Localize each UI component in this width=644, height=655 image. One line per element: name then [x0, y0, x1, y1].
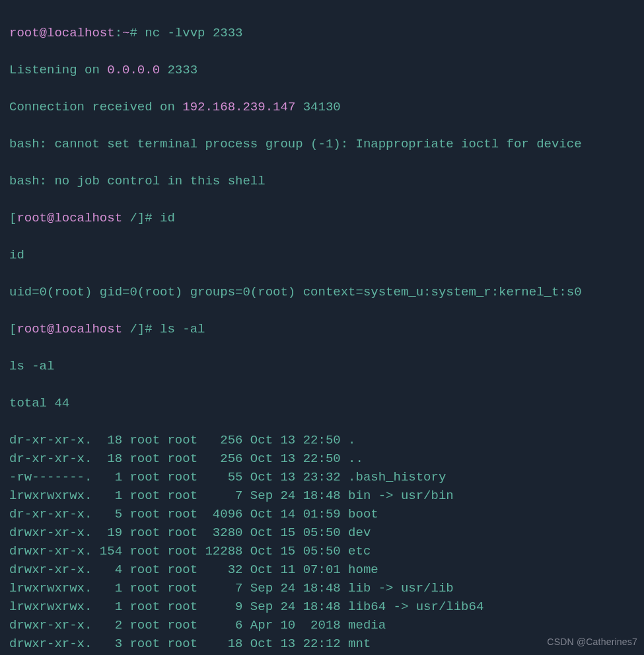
bash-error-1: bash: cannot set terminal process group … [9, 135, 636, 153]
prompt-hash: # [129, 26, 145, 40]
ls-row: lrwxrwxrwx. 1 root root 7 Sep 24 18:48 l… [9, 579, 636, 597]
ls-total: total 44 [9, 394, 636, 412]
echo-id: id [9, 246, 636, 264]
echo-ls: ls -al [9, 357, 636, 375]
ls-row: drwxr-xr-x. 3 root root 18 Oct 13 22:12 … [9, 635, 636, 653]
ls-row: dr-xr-xr-x. 5 root root 4096 Oct 14 01:5… [9, 505, 636, 523]
ls-row: drwxr-xr-x. 19 root root 3280 Oct 15 05:… [9, 523, 636, 542]
terminal-output[interactable]: root@localhost:~# nc -lvvp 2333 Listenin… [0, 0, 644, 655]
prompt-sep: : [115, 26, 122, 40]
prompt-line-1: root@localhost:~# nc -lvvp 2333 [9, 24, 636, 42]
cmd-ls: ls -al [160, 322, 205, 336]
ls-row: lrwxrwxrwx. 1 root root 7 Sep 24 18:48 b… [9, 486, 636, 505]
remote-ip: 192.168.239.147 [182, 100, 295, 114]
ls-row: lrwxrwxrwx. 1 root root 9 Sep 24 18:48 l… [9, 597, 636, 616]
bash-error-2: bash: no job control in this shell [9, 172, 636, 190]
prompt-user-host: root@localhost [9, 26, 115, 40]
id-output: uid=0(root) gid=0(root) groups=0(root) c… [9, 283, 636, 301]
ls-row: drwxr-xr-x. 154 root root 12288 Oct 15 0… [9, 542, 636, 560]
ls-row: dr-xr-xr-x. 18 root root 256 Oct 13 22:5… [9, 431, 636, 449]
connection-line: Connection received on 192.168.239.147 3… [9, 98, 636, 116]
ls-row: drwxr-xr-x. 2 root root 6 Apr 10 2018 me… [9, 616, 636, 635]
listen-line: Listening on 0.0.0.0 2333 [9, 61, 636, 79]
remote-port: 34130 [295, 100, 340, 114]
ls-row: dr-xr-xr-x. 18 root root 256 Oct 13 22:5… [9, 449, 636, 468]
prompt-cwd: ~ [122, 26, 129, 40]
prompt-line-3: [root@localhost /]# ls -al [9, 320, 636, 338]
cmd-nc: nc -lvvp 2333 [145, 26, 242, 40]
ls-row: -rw-------. 1 root root 55 Oct 13 23:32 … [9, 468, 636, 486]
listen-port: 2333 [160, 63, 197, 77]
cmd-id: id [160, 211, 175, 225]
listen-ip: 0.0.0.0 [107, 63, 160, 77]
ls-row: drwxr-xr-x. 4 root root 32 Oct 11 07:01 … [9, 560, 636, 579]
ls-listing: dr-xr-xr-x. 18 root root 256 Oct 13 22:5… [9, 431, 636, 655]
watermark: CSDN @Catherines7 [547, 633, 637, 651]
prompt-line-2: [root@localhost /]# id [9, 209, 636, 227]
